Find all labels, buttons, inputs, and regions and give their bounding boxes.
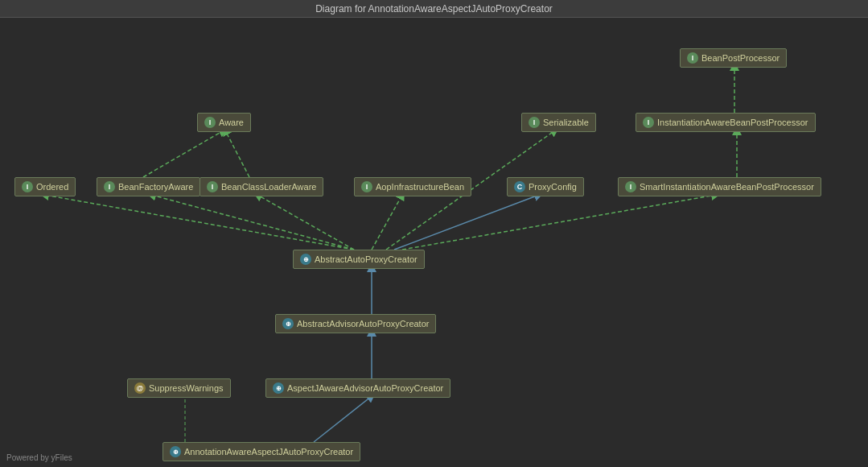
label-suppress-warnings: SuppressWarnings [149, 383, 224, 393]
label-smart-instantiation: SmartInstantiationAwareBeanPostProcessor [640, 182, 814, 192]
icon-ordered: I [22, 181, 33, 192]
node-beanpostprocessor: I BeanPostProcessor [680, 48, 787, 68]
label-beanfactoryaware: BeanFactoryAware [118, 182, 193, 192]
icon-instantiation-aware: I [643, 117, 654, 128]
node-smart-instantiation: I SmartInstantiationAwareBeanPostProcess… [618, 177, 821, 196]
icon-beanfactoryaware: I [104, 181, 115, 192]
label-instantiation-aware: InstantiationAwareBeanPostProcessor [657, 118, 808, 127]
node-annotation-aware-aspectj: ⊕ AnnotationAwareAspectJAutoProxyCreator [162, 442, 360, 461]
title-text: Diagram for AnnotationAwareAspectJAutoPr… [315, 3, 553, 14]
icon-aopinfrastructurebean: I [361, 181, 372, 192]
icon-beanpostprocessor: I [687, 52, 698, 64]
svg-line-2 [143, 130, 224, 177]
label-aspectj-aware-advisor: AspectJAwareAdvisorAutoProxyCreator [287, 383, 443, 393]
icon-abstract-auto-proxy: ⊕ [300, 254, 311, 265]
node-beanclassloaderaware: I BeanClassLoaderAware [200, 177, 323, 196]
node-aspectj-aware-advisor: ⊕ AspectJAwareAdvisorAutoProxyCreator [265, 378, 450, 398]
icon-proxyconfig: C [514, 181, 525, 192]
label-aware: Aware [219, 118, 244, 127]
svg-line-13 [314, 396, 372, 442]
title-bar: Diagram for AnnotationAwareAspectJAutoPr… [0, 0, 868, 18]
node-ordered: I Ordered [14, 177, 76, 196]
label-beanpostprocessor: BeanPostProcessor [701, 53, 780, 63]
label-abstract-advisor-auto-proxy: AbstractAdvisorAutoProxyCreator [297, 319, 429, 329]
label-ordered: Ordered [36, 182, 68, 192]
svg-line-9 [394, 195, 539, 250]
icon-aware: I [204, 117, 216, 128]
node-beanfactoryaware: I BeanFactoryAware [97, 177, 200, 196]
icon-beanclassloaderaware: I [207, 181, 218, 192]
footer: Powered by yFiles [6, 453, 72, 462]
node-abstract-auto-proxy: ⊕ AbstractAutoProxyCreator [293, 250, 425, 269]
label-serializable: Serializable [543, 118, 589, 127]
icon-suppress-warnings: @ [134, 382, 146, 394]
label-aopinfrastructurebean: AopInfrastructureBean [376, 182, 464, 192]
node-instantiation-aware: I InstantiationAwareBeanPostProcessor [636, 113, 816, 132]
node-aware: I Aware [197, 113, 251, 132]
svg-line-7 [372, 195, 402, 250]
node-suppress-warnings: @ SuppressWarnings [127, 378, 231, 398]
svg-line-5 [151, 195, 354, 250]
icon-serializable: I [529, 117, 540, 128]
svg-line-6 [257, 195, 354, 250]
icon-annotation-aware-aspectj: ⊕ [170, 446, 181, 457]
connections-svg [0, 18, 868, 467]
node-serializable: I Serializable [521, 113, 596, 132]
icon-smart-instantiation: I [625, 181, 636, 192]
icon-aspectj-aware-advisor: ⊕ [273, 382, 284, 394]
node-aopinfrastructurebean: I AopInfrastructureBean [354, 177, 471, 196]
label-beanclassloaderaware: BeanClassLoaderAware [221, 182, 316, 192]
node-abstract-advisor-auto-proxy: ⊕ AbstractAdvisorAutoProxyCreator [275, 314, 436, 333]
svg-line-4 [44, 195, 354, 250]
label-abstract-auto-proxy: AbstractAutoProxyCreator [315, 254, 418, 264]
svg-line-10 [402, 195, 716, 250]
icon-abstract-advisor-auto-proxy: ⊕ [282, 318, 294, 329]
svg-line-3 [225, 130, 249, 177]
label-proxyconfig: ProxyConfig [529, 182, 577, 192]
diagram-area: I BeanPostProcessor I InstantiationAware… [0, 18, 868, 467]
node-proxyconfig: C ProxyConfig [507, 177, 584, 196]
label-annotation-aware-aspectj: AnnotationAwareAspectJAutoProxyCreator [184, 447, 353, 457]
